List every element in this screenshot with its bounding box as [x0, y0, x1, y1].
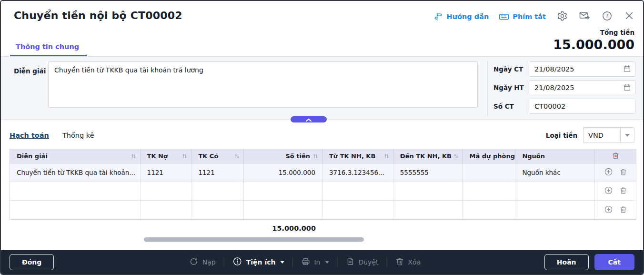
doc-no-label: Số CT: [493, 102, 529, 110]
dropdown-arrow-icon[interactable]: [620, 128, 634, 143]
sort-icon[interactable]: [453, 153, 459, 159]
voucher-fields: Ngày CT Ngày HT: [493, 61, 635, 114]
footer-center-actions: Nạp Tiện ích In: [189, 256, 421, 268]
approve-icon: [345, 257, 354, 267]
date-ct-row: Ngày CT: [493, 61, 635, 77]
help-button[interactable]: ?: [601, 10, 613, 23]
utilities-button[interactable]: Tiện ích: [232, 256, 284, 268]
tab-accounting[interactable]: Hạch toán: [10, 132, 49, 139]
currency-group: Loại tiền VND: [546, 127, 634, 143]
approve-button[interactable]: Duyệt: [345, 257, 378, 267]
close-form-button[interactable]: Đóng: [10, 254, 54, 270]
reload-icon: [189, 257, 199, 268]
close-button[interactable]: [623, 10, 635, 23]
accounting-table: Diễn giải TK Nợ TK Có Số tiền Từ TK NH, …: [10, 149, 636, 220]
currency-select[interactable]: VND: [583, 127, 634, 143]
horizontal-scrollbar: [10, 237, 634, 242]
detail-section: Hạch toán Thống kê Loại tiền VND Diễn gi…: [1, 120, 643, 242]
delete-row-icon[interactable]: [619, 168, 627, 177]
footer-toolbar: Đóng Nạp Tiện ích In: [1, 250, 643, 274]
divider: [224, 257, 224, 267]
tab-general-info[interactable]: Thông tin chung: [10, 43, 87, 56]
cell-dien-giai[interactable]: Chuyển tiền từ TKKB qua tài khoản...: [10, 163, 141, 182]
col-header-nguon: Nguồn: [515, 149, 595, 163]
transfer-voucher-window: Chuyển tiền nội bộ CT00002 Hướng dẫn: [0, 0, 644, 275]
doc-no-input[interactable]: [529, 99, 635, 114]
print-button[interactable]: In: [301, 257, 329, 268]
date-ht-input[interactable]: [529, 80, 635, 95]
cell-tk-co[interactable]: 1121: [191, 163, 244, 182]
date-ct-label: Ngày CT: [493, 65, 529, 73]
sort-icon[interactable]: [384, 153, 389, 159]
keyboard-icon: [499, 11, 509, 22]
table-row[interactable]: Chuyển tiền từ TKKB qua tài khoản... 112…: [10, 163, 636, 182]
chevron-up-icon: [305, 115, 312, 124]
guide-icon: [434, 12, 443, 21]
delete-all-icon[interactable]: [612, 152, 620, 161]
panel-divider: [487, 61, 488, 116]
scrollbar-thumb[interactable]: [144, 237, 364, 242]
page-title: Chuyển tiền nội bộ CT00002: [14, 10, 182, 21]
caret-down-icon: [280, 261, 284, 264]
add-row-icon[interactable]: [604, 167, 613, 178]
col-header-tk-co: TK Có: [191, 149, 244, 163]
close-icon: [624, 10, 634, 23]
total-amount-label: Tổng tiền: [600, 29, 634, 36]
calendar-icon[interactable]: [623, 64, 632, 75]
cell-ma-du-phong[interactable]: [463, 163, 516, 182]
divider: [292, 257, 292, 267]
sort-icon[interactable]: [313, 153, 318, 159]
table-row-empty[interactable]: [10, 182, 636, 201]
date-ht-label: Ngày HT: [493, 84, 529, 92]
row-actions: [595, 182, 636, 200]
row-actions: [595, 163, 636, 182]
delete-row-icon[interactable]: [619, 186, 627, 196]
table-header-row: Diễn giải TK Nợ TK Có Số tiền Từ TK NH, …: [10, 149, 636, 163]
cell-tk-no[interactable]: 1121: [141, 163, 192, 182]
table-total-value: 15.000.000: [10, 224, 322, 232]
settings-button[interactable]: [556, 10, 568, 23]
sort-icon[interactable]: [234, 153, 240, 159]
currency-value: VND: [584, 128, 620, 143]
send-feedback-button[interactable]: [578, 10, 591, 23]
col-header-actions: [595, 149, 636, 163]
print-icon: [301, 257, 310, 268]
svg-text:?: ?: [605, 13, 608, 19]
currency-label: Loại tiền: [546, 132, 577, 139]
detail-subtabs: Hạch toán Thống kê Loại tiền VND: [1, 120, 643, 149]
postpone-button[interactable]: Hoãn: [544, 254, 589, 270]
add-row-icon[interactable]: [604, 186, 613, 196]
cell-so-tien[interactable]: 15.000.000: [244, 163, 322, 182]
guide-link[interactable]: Hướng dẫn: [434, 12, 489, 21]
header-actions: Hướng dẫn Phím tắt: [434, 10, 635, 23]
utilities-icon: [232, 256, 242, 268]
tab-statistics[interactable]: Thống kê: [62, 132, 94, 139]
delete-button[interactable]: Xóa: [395, 257, 421, 267]
cell-tu-tk[interactable]: 3716.3.123456...: [322, 163, 393, 182]
sort-icon[interactable]: [131, 153, 136, 159]
table-row-empty[interactable]: [10, 201, 636, 219]
col-header-tk-no: TK Nợ: [141, 149, 192, 163]
collapse-form-button[interactable]: [291, 116, 327, 122]
sort-icon[interactable]: [182, 153, 187, 159]
col-header-ma-du-phong: Mã dự phòng: [463, 149, 516, 163]
voucher-form-section: Diễn giải Chuyển tiền từ TKKB qua tài kh…: [1, 57, 643, 120]
footer-right-actions: Hoãn Cất: [544, 254, 634, 270]
date-ct-input[interactable]: [529, 61, 635, 77]
caret-down-icon: [325, 261, 329, 264]
mail-send-icon: [579, 10, 590, 23]
row-actions: [595, 201, 636, 219]
shortcut-link[interactable]: Phím tắt: [499, 11, 546, 22]
col-header-tu-tk: Từ TK NH, KB: [322, 149, 393, 163]
delete-row-icon[interactable]: [619, 205, 627, 215]
add-row-icon[interactable]: [604, 205, 613, 215]
header: Chuyển tiền nội bộ CT00002 Hướng dẫn: [1, 1, 643, 57]
save-button[interactable]: Cất: [594, 254, 634, 270]
cell-den-tk[interactable]: 5555555: [393, 163, 463, 182]
divider: [337, 257, 337, 267]
calendar-icon[interactable]: [623, 83, 632, 94]
cell-nguon[interactable]: Nguồn khác: [515, 163, 595, 182]
description-input[interactable]: Chuyển tiền từ TKKB qua tài khoản trả lư…: [48, 61, 478, 108]
settings-icon: [557, 10, 568, 23]
reload-button[interactable]: Nạp: [189, 257, 216, 268]
